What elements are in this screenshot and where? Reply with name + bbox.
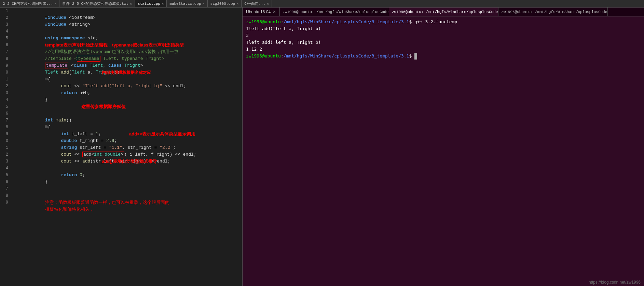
code-line-7: //template <typename Tleft, typename Tri…	[13, 49, 242, 55]
terminal-sub-tabs: zw1996@ubuntu: /mnt/hgfs/WinShare/cplusp…	[280, 8, 644, 16]
tab-2-close[interactable]: ✕	[130, 2, 132, 6]
terminal-tab-3[interactable]: zw1996@ubuntu: /mnt/hgfs/WinShare/cplusp…	[498, 8, 608, 16]
code-line-29: 模板特化和偏特化相关，	[13, 199, 242, 206]
tab-6-close[interactable]: ✕	[267, 2, 269, 6]
code-line-19: double f_right = 2.9; add<>表示显示具体类型显示调用	[13, 131, 242, 138]
tab-6[interactable]: C++面向... ✕	[242, 0, 272, 7]
code-line-27	[13, 185, 242, 192]
terminal-panel: Ubuntu 16.04 ✕ zw1996@ubuntu: /mnt/hgfs/…	[243, 8, 644, 286]
code-line-24: return 0;	[13, 165, 242, 172]
code-line-22: cout << add(str_left, str_right) << endl…	[13, 151, 242, 158]
terminal-close-btn[interactable]: ✕	[273, 10, 276, 14]
tab-2-label: 事件_2_5 CH的静态类和静态成员.txt	[62, 1, 128, 6]
tab-5-label: sig2000.cpp	[210, 2, 235, 6]
tab-bar: 2_2 CH的封装和访问权限... ✕ 事件_2_5 CH的静态类和静态成员.t…	[0, 0, 644, 8]
tab-3-label: static.cpp	[138, 2, 160, 6]
terminal-line-5: 1.12.2	[246, 46, 641, 53]
code-line-13: }	[13, 90, 242, 96]
code-line-8: template <class Tleft, class Tright>	[13, 55, 242, 62]
code-line-14	[13, 96, 242, 103]
tab-4-close[interactable]: ✕	[203, 2, 205, 6]
terminal-tab-2[interactable]: zw1996@ubuntu: /mnt/hgfs/WinShare/cplusp…	[389, 8, 498, 16]
tab-1-close[interactable]: ✕	[54, 2, 56, 6]
terminal-line-1: zw1996@ubuntu:/mnt/hgfs/WinShare/cpluspl…	[246, 18, 641, 25]
code-line-15: 这里传参根据顺序赋值	[13, 103, 242, 110]
code-line-9: Tleft add(Tleft a, Tright b)	[13, 62, 242, 69]
terminal-tab-1-label: zw1996@ubuntu: /mnt/hgfs/WinShare/cplusp…	[283, 10, 389, 14]
tab-5[interactable]: sig2000.cpp ✕	[208, 0, 242, 7]
terminal-tab-2-label: zw1996@ubuntu: /mnt/hgfs/WinShare/cplusp…	[392, 10, 498, 14]
terminal-tab-bar: Ubuntu 16.04 ✕ zw1996@ubuntu: /mnt/hgfs/…	[243, 8, 644, 16]
terminal-line-6: zw1996@ubuntu:/mnt/hgfs/WinShare/cpluspl…	[246, 53, 641, 60]
tab-1-label: 2_2 CH的封装和访问权限...	[3, 1, 53, 6]
terminal-content: zw1996@ubuntu:/mnt/hgfs/WinShare/cpluspl…	[243, 16, 644, 286]
code-line-23: add()表示自动类型隐式推导	[13, 158, 242, 165]
code-line-1: #include <iostream>	[13, 8, 242, 14]
watermark: https://blog.csdn.net/zw1996	[589, 280, 641, 285]
code-line-25: }	[13, 172, 242, 179]
terminal-tab-3-label: zw1996@ubuntu: /mnt/hgfs/WinShare/cplusp…	[501, 10, 608, 14]
terminal-title-label: Ubuntu 16.04	[246, 10, 271, 14]
code-line-2: #include <string>	[13, 14, 242, 21]
code-line-17: ⊞{	[13, 117, 242, 124]
code-line-3	[13, 21, 242, 28]
main-content: 12345 67890 12345 67890 12345 6789 #incl…	[0, 8, 644, 286]
code-panel: 12345 67890 12345 67890 12345 6789 #incl…	[0, 8, 243, 286]
code-content: #include <iostream> #include <string> us…	[10, 8, 242, 286]
code-line-26	[13, 179, 242, 185]
code-line-5: template表示声明开始泛型编程，typename或class表示声明泛指类…	[13, 35, 242, 42]
tab-3[interactable]: static.cpp ✕	[135, 0, 167, 7]
terminal-line-3: 3	[246, 32, 641, 39]
code-line-6: //使用模板的语法注意typename也可以使用class替换，作用一致	[13, 42, 242, 49]
tab-6-label: C++面向...	[244, 1, 265, 6]
terminal-tab-1[interactable]: zw1996@ubuntu: /mnt/hgfs/WinShare/cplusp…	[280, 8, 389, 16]
tab-1[interactable]: 2_2 CH的封装和访问权限... ✕	[0, 0, 59, 7]
terminal-window-title: Ubuntu 16.04 ✕	[243, 8, 280, 16]
terminal-line-2: Tleft add(Tleft a, Tright b)	[246, 25, 641, 32]
code-line-28: 注意；函数模板跟普通函数一样，也可以被重载，这个跟后面的	[13, 192, 242, 199]
code-line-20: string str_left = "1.1", str_right = "2.…	[13, 138, 242, 144]
code-line-12: return a+b;	[13, 83, 242, 90]
code-line-16: int main()	[13, 110, 242, 117]
code-line-10: ⊞{ 内部使用模板根据名称对应	[13, 69, 242, 76]
terminal-line-4: Tleft add(Tleft a, Tright b)	[246, 39, 641, 46]
code-line-4: using namespace std;	[13, 28, 242, 35]
code-line-21: cout << add<int,double>( i_left, f_right…	[13, 144, 242, 151]
tab-5-close[interactable]: ✕	[236, 2, 238, 6]
code-line-18: int i_left = 1;	[13, 124, 242, 131]
line-numbers: 12345 67890 12345 67890 12345 6789	[0, 8, 10, 286]
tab-4[interactable]: makeStatic.cpp ✕	[167, 0, 207, 7]
tab-3-close[interactable]: ✕	[162, 2, 164, 6]
tab-4-label: makeStatic.cpp	[169, 2, 201, 6]
code-line-11: cout << "Tleft add(Tleft a, Tright b)" <…	[13, 76, 242, 83]
code-area: 12345 67890 12345 67890 12345 6789 #incl…	[0, 8, 242, 286]
tab-2[interactable]: 事件_2_5 CH的静态类和静态成员.txt ✕	[59, 0, 135, 7]
